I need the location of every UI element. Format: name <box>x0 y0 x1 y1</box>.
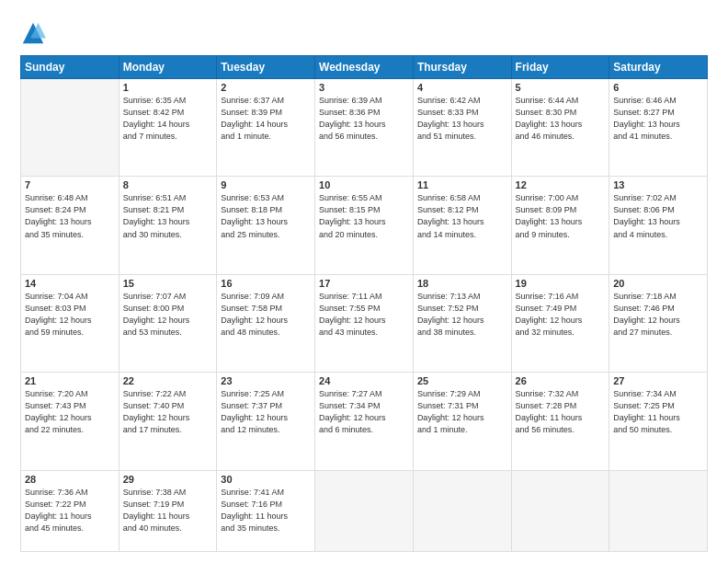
day-number: 24 <box>319 375 409 386</box>
calendar-cell: 18Sunrise: 7:13 AM Sunset: 7:52 PM Dayli… <box>413 274 511 372</box>
calendar-cell: 19Sunrise: 7:16 AM Sunset: 7:49 PM Dayli… <box>511 274 609 372</box>
day-number: 27 <box>613 375 703 386</box>
day-info: Sunrise: 7:36 AM Sunset: 7:22 PM Dayligh… <box>25 487 115 534</box>
day-number: 16 <box>221 278 311 289</box>
day-info: Sunrise: 6:46 AM Sunset: 8:27 PM Dayligh… <box>613 95 703 143</box>
page: SundayMondayTuesdayWednesdayThursdayFrid… <box>0 0 728 563</box>
day-number: 19 <box>516 278 606 289</box>
day-number: 15 <box>123 278 213 289</box>
calendar-cell: 8Sunrise: 6:51 AM Sunset: 8:21 PM Daylig… <box>119 177 217 274</box>
day-number: 25 <box>417 375 507 386</box>
calendar-cell: 4Sunrise: 6:42 AM Sunset: 8:33 PM Daylig… <box>413 79 511 177</box>
calendar-cell: 20Sunrise: 7:18 AM Sunset: 7:46 PM Dayli… <box>609 274 708 372</box>
day-info: Sunrise: 7:32 AM Sunset: 7:28 PM Dayligh… <box>516 388 606 436</box>
calendar-cell <box>413 470 511 552</box>
day-number: 7 <box>25 179 115 190</box>
day-number: 23 <box>221 375 311 386</box>
calendar-cell: 29Sunrise: 7:38 AM Sunset: 7:19 PM Dayli… <box>119 470 217 552</box>
calendar-cell: 27Sunrise: 7:34 AM Sunset: 7:25 PM Dayli… <box>609 373 708 470</box>
day-info: Sunrise: 6:39 AM Sunset: 8:36 PM Dayligh… <box>319 95 409 143</box>
day-number: 6 <box>613 82 703 93</box>
day-info: Sunrise: 7:16 AM Sunset: 7:49 PM Dayligh… <box>516 291 606 339</box>
day-number: 3 <box>319 82 409 93</box>
day-number: 26 <box>516 375 606 386</box>
calendar-cell <box>511 470 609 552</box>
calendar-week-row: 7Sunrise: 6:48 AM Sunset: 8:24 PM Daylig… <box>21 177 708 274</box>
day-info: Sunrise: 6:53 AM Sunset: 8:18 PM Dayligh… <box>221 192 311 240</box>
logo-icon <box>20 20 46 46</box>
calendar-cell: 17Sunrise: 7:11 AM Sunset: 7:55 PM Dayli… <box>315 274 414 372</box>
calendar-cell: 28Sunrise: 7:36 AM Sunset: 7:22 PM Dayli… <box>21 470 119 552</box>
day-number: 12 <box>516 179 606 190</box>
calendar-cell: 5Sunrise: 6:44 AM Sunset: 8:30 PM Daylig… <box>511 79 609 177</box>
calendar-table: SundayMondayTuesdayWednesdayThursdayFrid… <box>20 55 708 552</box>
calendar-cell: 13Sunrise: 7:02 AM Sunset: 8:06 PM Dayli… <box>609 177 708 274</box>
day-info: Sunrise: 6:44 AM Sunset: 8:30 PM Dayligh… <box>516 95 606 143</box>
calendar-header-saturday: Saturday <box>609 56 708 79</box>
calendar-cell: 10Sunrise: 6:55 AM Sunset: 8:15 PM Dayli… <box>315 177 414 274</box>
calendar-cell: 12Sunrise: 7:00 AM Sunset: 8:09 PM Dayli… <box>511 177 609 274</box>
calendar-cell: 21Sunrise: 7:20 AM Sunset: 7:43 PM Dayli… <box>21 373 119 470</box>
calendar-cell: 2Sunrise: 6:37 AM Sunset: 8:39 PM Daylig… <box>217 79 315 177</box>
calendar-header-friday: Friday <box>511 56 609 79</box>
calendar-header-row: SundayMondayTuesdayWednesdayThursdayFrid… <box>21 56 708 79</box>
day-number: 4 <box>417 82 507 93</box>
day-number: 20 <box>613 278 703 289</box>
day-info: Sunrise: 7:34 AM Sunset: 7:25 PM Dayligh… <box>613 388 703 436</box>
calendar-week-row: 1Sunrise: 6:35 AM Sunset: 8:42 PM Daylig… <box>21 79 708 177</box>
calendar-cell: 16Sunrise: 7:09 AM Sunset: 7:58 PM Dayli… <box>217 274 315 372</box>
calendar-cell: 15Sunrise: 7:07 AM Sunset: 8:00 PM Dayli… <box>119 274 217 372</box>
calendar-cell: 1Sunrise: 6:35 AM Sunset: 8:42 PM Daylig… <box>119 79 217 177</box>
day-info: Sunrise: 6:42 AM Sunset: 8:33 PM Dayligh… <box>417 95 507 143</box>
day-number: 2 <box>221 82 311 93</box>
day-number: 30 <box>221 474 311 485</box>
calendar-cell <box>609 470 708 552</box>
day-info: Sunrise: 7:18 AM Sunset: 7:46 PM Dayligh… <box>613 291 703 339</box>
calendar-header-tuesday: Tuesday <box>217 56 315 79</box>
day-info: Sunrise: 7:09 AM Sunset: 7:58 PM Dayligh… <box>221 291 311 339</box>
calendar-header-sunday: Sunday <box>21 56 119 79</box>
day-info: Sunrise: 7:11 AM Sunset: 7:55 PM Dayligh… <box>319 291 409 339</box>
day-info: Sunrise: 6:58 AM Sunset: 8:12 PM Dayligh… <box>417 192 507 240</box>
day-info: Sunrise: 6:37 AM Sunset: 8:39 PM Dayligh… <box>221 95 311 143</box>
day-info: Sunrise: 7:29 AM Sunset: 7:31 PM Dayligh… <box>417 388 507 436</box>
calendar-cell: 7Sunrise: 6:48 AM Sunset: 8:24 PM Daylig… <box>21 177 119 274</box>
calendar-header-thursday: Thursday <box>413 56 511 79</box>
day-number: 10 <box>319 179 409 190</box>
logo <box>20 20 50 46</box>
day-info: Sunrise: 7:41 AM Sunset: 7:16 PM Dayligh… <box>221 487 311 534</box>
day-info: Sunrise: 6:35 AM Sunset: 8:42 PM Dayligh… <box>123 95 213 143</box>
day-number: 9 <box>221 179 311 190</box>
calendar-header-monday: Monday <box>119 56 217 79</box>
day-number: 11 <box>417 179 507 190</box>
calendar-cell: 26Sunrise: 7:32 AM Sunset: 7:28 PM Dayli… <box>511 373 609 470</box>
calendar-cell <box>21 79 119 177</box>
day-number: 22 <box>123 375 213 386</box>
day-number: 13 <box>613 179 703 190</box>
calendar-cell: 3Sunrise: 6:39 AM Sunset: 8:36 PM Daylig… <box>315 79 414 177</box>
calendar-week-row: 21Sunrise: 7:20 AM Sunset: 7:43 PM Dayli… <box>21 373 708 470</box>
day-info: Sunrise: 6:51 AM Sunset: 8:21 PM Dayligh… <box>123 192 213 240</box>
day-info: Sunrise: 6:55 AM Sunset: 8:15 PM Dayligh… <box>319 192 409 240</box>
day-number: 21 <box>25 375 115 386</box>
calendar-week-row: 14Sunrise: 7:04 AM Sunset: 8:03 PM Dayli… <box>21 274 708 372</box>
day-info: Sunrise: 7:20 AM Sunset: 7:43 PM Dayligh… <box>25 388 115 436</box>
calendar-cell: 24Sunrise: 7:27 AM Sunset: 7:34 PM Dayli… <box>315 373 414 470</box>
day-info: Sunrise: 7:07 AM Sunset: 8:00 PM Dayligh… <box>123 291 213 339</box>
calendar-cell: 25Sunrise: 7:29 AM Sunset: 7:31 PM Dayli… <box>413 373 511 470</box>
calendar-cell: 6Sunrise: 6:46 AM Sunset: 8:27 PM Daylig… <box>609 79 708 177</box>
day-number: 29 <box>123 474 213 485</box>
day-number: 1 <box>123 82 213 93</box>
header <box>20 17 708 46</box>
day-number: 8 <box>123 179 213 190</box>
calendar-week-row: 28Sunrise: 7:36 AM Sunset: 7:22 PM Dayli… <box>21 470 708 552</box>
calendar-cell: 11Sunrise: 6:58 AM Sunset: 8:12 PM Dayli… <box>413 177 511 274</box>
day-info: Sunrise: 7:38 AM Sunset: 7:19 PM Dayligh… <box>123 487 213 534</box>
calendar-cell: 14Sunrise: 7:04 AM Sunset: 8:03 PM Dayli… <box>21 274 119 372</box>
day-info: Sunrise: 7:27 AM Sunset: 7:34 PM Dayligh… <box>319 388 409 436</box>
calendar-cell: 30Sunrise: 7:41 AM Sunset: 7:16 PM Dayli… <box>217 470 315 552</box>
day-info: Sunrise: 7:25 AM Sunset: 7:37 PM Dayligh… <box>221 388 311 436</box>
calendar-cell <box>315 470 414 552</box>
day-number: 18 <box>417 278 507 289</box>
day-info: Sunrise: 7:02 AM Sunset: 8:06 PM Dayligh… <box>613 192 703 240</box>
